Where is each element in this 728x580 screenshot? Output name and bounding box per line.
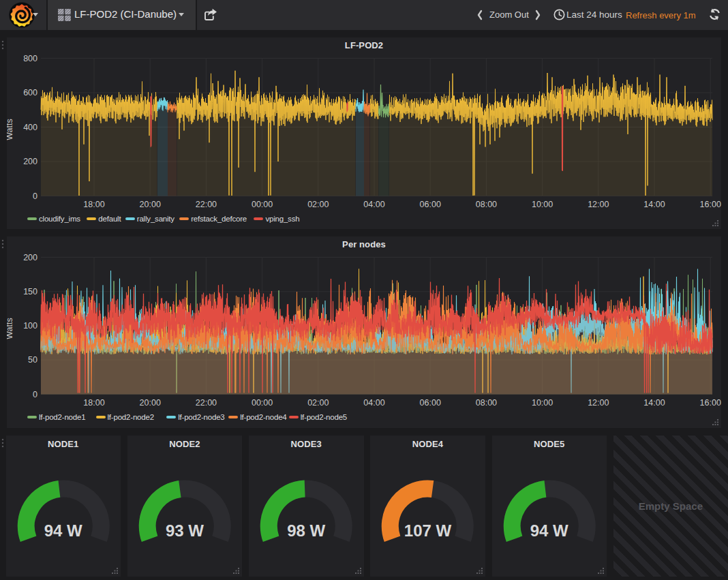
svg-text:08:00: 08:00 (476, 200, 497, 209)
svg-text:Watts: Watts (7, 119, 14, 140)
svg-text:10:00: 10:00 (532, 398, 553, 408)
svg-text:06:00: 06:00 (420, 200, 441, 209)
svg-text:20:00: 20:00 (140, 398, 161, 408)
svg-text:600: 600 (23, 88, 37, 97)
svg-text:18:00: 18:00 (83, 398, 104, 408)
svg-text:04:00: 04:00 (363, 200, 384, 209)
svg-text:0: 0 (33, 192, 37, 201)
svg-text:16:00: 16:00 (700, 398, 721, 408)
svg-text:400: 400 (23, 123, 37, 132)
svg-text:18:00: 18:00 (83, 200, 104, 209)
svg-text:22:00: 22:00 (196, 200, 217, 209)
svg-text:22:00: 22:00 (196, 398, 217, 408)
svg-text:00:00: 00:00 (252, 200, 273, 209)
svg-text:12:00: 12:00 (588, 200, 609, 209)
svg-text:Watts: Watts (7, 318, 14, 339)
svg-text:14:00: 14:00 (643, 200, 665, 209)
svg-text:16:00: 16:00 (700, 200, 721, 209)
svg-text:02:00: 02:00 (307, 200, 329, 209)
svg-text:800: 800 (23, 54, 37, 63)
svg-text:00:00: 00:00 (252, 398, 273, 408)
svg-text:12:00: 12:00 (588, 398, 609, 408)
svg-text:200: 200 (23, 157, 37, 166)
svg-text:08:00: 08:00 (476, 398, 497, 408)
svg-text:50: 50 (28, 355, 37, 365)
svg-text:04:00: 04:00 (363, 398, 384, 408)
svg-text:100: 100 (23, 321, 37, 331)
svg-text:14:00: 14:00 (643, 398, 665, 408)
svg-text:150: 150 (23, 287, 37, 296)
svg-text:06:00: 06:00 (420, 398, 441, 408)
svg-text:20:00: 20:00 (140, 200, 161, 209)
svg-text:02:00: 02:00 (307, 398, 329, 408)
svg-text:200: 200 (23, 253, 37, 262)
svg-text:0: 0 (33, 390, 37, 399)
svg-text:10:00: 10:00 (532, 200, 553, 209)
